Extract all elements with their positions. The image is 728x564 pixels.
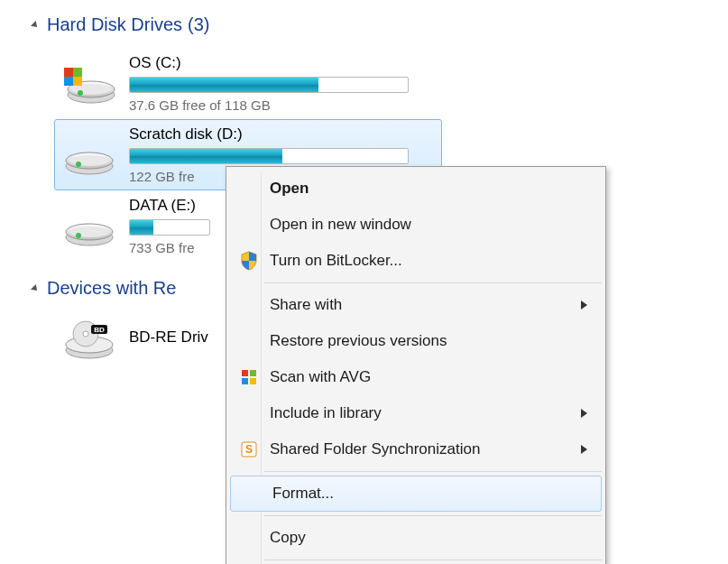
menu-label: Format... bbox=[272, 485, 585, 503]
menu-open[interactable]: Open bbox=[228, 171, 604, 207]
drive-label: OS (C:) bbox=[129, 54, 432, 72]
avg-icon bbox=[241, 369, 257, 385]
usage-bar bbox=[129, 148, 409, 164]
hard-drive-icon bbox=[60, 134, 118, 177]
svg-rect-7 bbox=[73, 77, 82, 86]
svg-rect-23 bbox=[250, 370, 256, 376]
menu-share-with[interactable]: Share with bbox=[228, 287, 604, 323]
menu-format[interactable]: Format... bbox=[230, 476, 602, 512]
hard-drive-icon bbox=[60, 205, 118, 248]
menu-label: Restore previous versions bbox=[270, 332, 587, 350]
svg-point-15 bbox=[76, 233, 81, 238]
drive-free-text: 37.6 GB free of 118 GB bbox=[129, 97, 432, 113]
svg-point-11 bbox=[76, 162, 81, 167]
menu-bitlocker[interactable]: Turn on BitLocker... bbox=[228, 243, 604, 279]
menu-label: Scan with AVG bbox=[270, 368, 587, 386]
menu-copy[interactable]: Copy bbox=[228, 520, 604, 556]
svg-rect-22 bbox=[242, 370, 248, 376]
svg-point-14 bbox=[69, 227, 109, 237]
menu-label: Shared Folder Synchronization bbox=[270, 440, 581, 458]
svg-rect-24 bbox=[242, 378, 248, 384]
menu-scan-avg[interactable]: Scan with AVG bbox=[228, 359, 604, 395]
svg-point-10 bbox=[69, 155, 109, 166]
svg-rect-5 bbox=[73, 68, 82, 77]
menu-open-new-window[interactable]: Open in new window bbox=[228, 207, 604, 243]
context-menu: Open Open in new window Turn on BitLocke… bbox=[226, 166, 606, 564]
menu-label: Copy bbox=[270, 529, 587, 547]
drive-item-os-c[interactable]: OS (C:) 37.6 GB free of 118 GB bbox=[54, 48, 442, 119]
submenu-arrow-icon bbox=[581, 445, 587, 454]
menu-restore-previous[interactable]: Restore previous versions bbox=[228, 323, 604, 359]
menu-separator bbox=[264, 471, 602, 472]
menu-separator bbox=[264, 282, 602, 283]
svg-rect-6 bbox=[64, 77, 73, 86]
shield-icon bbox=[240, 251, 258, 271]
svg-point-19 bbox=[83, 331, 88, 337]
svg-text:BD: BD bbox=[94, 326, 105, 334]
svg-rect-25 bbox=[250, 378, 256, 384]
submenu-arrow-icon bbox=[581, 300, 587, 310]
menu-label: Include in library bbox=[270, 404, 581, 422]
group-count: (3) bbox=[188, 14, 209, 35]
menu-separator bbox=[264, 515, 602, 516]
hard-drive-os-icon bbox=[60, 62, 118, 106]
svg-rect-4 bbox=[64, 68, 73, 77]
menu-label: Open bbox=[270, 180, 587, 198]
drive-label: Scratch disk (D:) bbox=[129, 125, 432, 143]
menu-shared-folder-sync[interactable]: S Shared Folder Synchronization bbox=[228, 431, 604, 467]
usage-bar bbox=[129, 77, 409, 93]
group-title: Devices with Re bbox=[47, 278, 176, 299]
svg-text:S: S bbox=[245, 443, 253, 456]
group-header-hdd[interactable]: Hard Disk Drives (3) bbox=[32, 14, 728, 35]
optical-drive-icon: BD bbox=[60, 318, 118, 361]
menu-label: Share with bbox=[270, 296, 581, 314]
usage-bar bbox=[129, 219, 210, 236]
menu-label: Turn on BitLocker... bbox=[270, 252, 587, 270]
sync-icon: S bbox=[241, 441, 257, 458]
group-title: Hard Disk Drives bbox=[47, 14, 182, 35]
submenu-arrow-icon bbox=[581, 409, 587, 418]
svg-point-3 bbox=[78, 90, 83, 96]
chevron-down-icon bbox=[31, 284, 40, 293]
menu-include-library[interactable]: Include in library bbox=[228, 395, 604, 431]
chevron-down-icon bbox=[31, 21, 40, 30]
menu-separator bbox=[264, 559, 602, 560]
menu-label: Open in new window bbox=[270, 216, 587, 234]
